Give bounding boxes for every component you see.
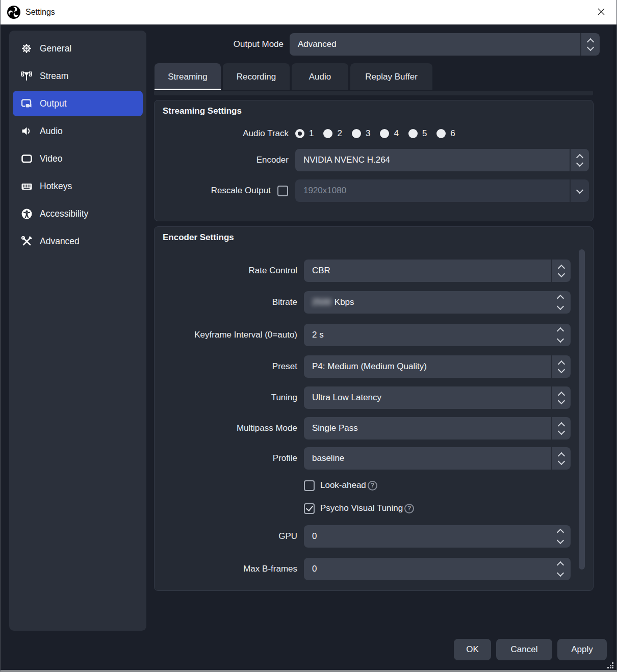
- profile-value: baseline: [312, 453, 344, 463]
- max-b-frames-input[interactable]: 0: [304, 558, 571, 580]
- help-icon: ?: [368, 481, 377, 490]
- chevron-up-down-icon[interactable]: [551, 355, 571, 378]
- keyframe-interval-input[interactable]: 2 s: [304, 324, 571, 346]
- keyframe-interval-label: Keyframe Interval (0=auto): [155, 330, 297, 340]
- tuning-value: Ultra Low Latency: [312, 393, 381, 403]
- window-scroll-gutter: [613, 24, 616, 670]
- bitrate-input[interactable]: 2500Kbps: [304, 291, 571, 314]
- output-mode-label: Output Mode: [154, 33, 284, 56]
- keyboard-icon: [20, 180, 33, 192]
- chevron-up-down-icon[interactable]: [551, 260, 571, 282]
- chevron-down-icon[interactable]: [570, 179, 589, 202]
- ok-button[interactable]: OK: [454, 639, 491, 660]
- spin-up-icon[interactable]: [557, 295, 564, 301]
- look-ahead-checkbox[interactable]: [304, 480, 315, 491]
- spin-down-icon[interactable]: [557, 337, 564, 343]
- rescale-output-checkbox[interactable]: [277, 186, 288, 196]
- tab-streaming[interactable]: Streaming: [155, 63, 221, 90]
- radio-icon: [323, 129, 332, 138]
- radio-icon: [295, 129, 304, 138]
- sidebar-item-hotkeys[interactable]: Hotkeys: [13, 173, 143, 199]
- tuning-select[interactable]: Ultra Low Latency: [304, 386, 571, 409]
- max-b-frames-value: 0: [312, 564, 317, 574]
- bitrate-suffix: Kbps: [335, 297, 354, 307]
- sidebar-item-audio[interactable]: Audio: [13, 118, 143, 144]
- streaming-settings-title: Streaming Settings: [163, 106, 242, 116]
- audio-track-5-radio[interactable]: 5: [408, 128, 427, 139]
- tab-replay-buffer[interactable]: Replay Buffer: [350, 63, 432, 90]
- audio-track-6-radio[interactable]: 6: [436, 128, 455, 139]
- apply-button[interactable]: Apply: [557, 639, 607, 660]
- tab-label: Replay Buffer: [365, 72, 418, 82]
- encoder-select[interactable]: NVIDIA NVENC H.264: [295, 149, 589, 171]
- gpu-value: 0: [312, 531, 317, 541]
- psycho-visual-tuning-label: Psycho Visual Tuning: [320, 503, 403, 513]
- chevron-up-down-icon[interactable]: [551, 386, 571, 409]
- tools-icon: [20, 235, 33, 247]
- spin-up-icon[interactable]: [557, 529, 564, 535]
- tab-recording[interactable]: Recording: [223, 63, 290, 90]
- rate-control-value: CBR: [312, 266, 330, 276]
- antenna-icon: [20, 70, 33, 82]
- sidebar-item-label: Video: [40, 153, 62, 164]
- radio-icon: [352, 129, 361, 138]
- sidebar-item-stream[interactable]: Stream: [13, 63, 143, 89]
- sidebar-item-label: General: [40, 43, 71, 54]
- sidebar-item-label: Accessibility: [40, 209, 88, 219]
- spin-down-icon[interactable]: [557, 304, 564, 310]
- chevron-up-down-icon[interactable]: [551, 417, 571, 440]
- scrollbar-thumb[interactable]: [579, 249, 585, 570]
- radio-icon: [436, 129, 446, 138]
- sidebar-item-video[interactable]: Video: [13, 146, 143, 171]
- accessibility-icon: [20, 208, 33, 220]
- gpu-input[interactable]: 0: [304, 525, 571, 548]
- keyframe-interval-value: 2 s: [312, 330, 324, 340]
- sidebar-item-accessibility[interactable]: Accessibility: [13, 201, 143, 226]
- chevron-up-down-icon[interactable]: [570, 149, 589, 171]
- chevron-up-down-icon[interactable]: [551, 447, 571, 470]
- radio-icon: [380, 129, 389, 138]
- multipass-mode-value: Single Pass: [312, 423, 358, 433]
- encoder-label: Encoder: [155, 155, 289, 165]
- monitor-icon: [20, 152, 33, 165]
- chevron-up-down-icon[interactable]: [580, 33, 600, 56]
- preset-select[interactable]: P4: Medium (Medium Quality): [304, 355, 571, 378]
- look-ahead-label: Look-ahead: [320, 480, 366, 490]
- speaker-icon: [20, 125, 33, 137]
- psycho-visual-tuning-checkbox[interactable]: [304, 503, 315, 514]
- audio-track-3-radio[interactable]: 3: [352, 128, 370, 139]
- sidebar-item-label: Stream: [40, 71, 68, 82]
- spin-down-icon[interactable]: [557, 571, 564, 577]
- tab-label: Audio: [309, 72, 331, 82]
- encoder-value: NVIDIA NVENC H.264: [303, 155, 390, 165]
- titlebar: Settings: [0, 0, 617, 24]
- rescale-resolution-select[interactable]: 1920x1080: [295, 179, 589, 202]
- output-mode-select[interactable]: Advanced: [290, 33, 600, 56]
- tab-audio[interactable]: Audio: [292, 63, 348, 90]
- preset-value: P4: Medium (Medium Quality): [312, 361, 427, 372]
- spin-down-icon[interactable]: [557, 538, 564, 544]
- bitrate-value-blurred: 2500: [312, 297, 331, 307]
- obs-logo-icon: [7, 5, 21, 19]
- streaming-settings-panel: Streaming Settings Audio Track 1 2 3 4 5…: [154, 100, 594, 221]
- close-icon[interactable]: [589, 0, 613, 23]
- audio-track-4-radio[interactable]: 4: [380, 128, 398, 139]
- rate-control-select[interactable]: CBR: [304, 260, 571, 282]
- audio-track-1-radio[interactable]: 1: [295, 128, 314, 139]
- gpu-label: GPU: [155, 531, 297, 541]
- cancel-button[interactable]: Cancel: [496, 639, 552, 660]
- sidebar-item-label: Output: [40, 98, 67, 109]
- multipass-mode-select[interactable]: Single Pass: [304, 417, 571, 440]
- radio-icon: [408, 129, 418, 138]
- resize-grip-icon[interactable]: [607, 662, 613, 668]
- profile-select[interactable]: baseline: [304, 447, 571, 470]
- spin-up-icon[interactable]: [557, 327, 564, 333]
- max-b-frames-label: Max B-frames: [155, 564, 297, 574]
- sidebar-item-advanced[interactable]: Advanced: [13, 228, 143, 254]
- preset-label: Preset: [155, 361, 297, 372]
- audio-track-radios: 1 2 3 4 5 6: [295, 128, 455, 139]
- audio-track-2-radio[interactable]: 2: [323, 128, 342, 139]
- sidebar-item-output[interactable]: Output: [13, 91, 143, 116]
- spin-up-icon[interactable]: [557, 561, 564, 567]
- sidebar-item-general[interactable]: General: [13, 36, 143, 61]
